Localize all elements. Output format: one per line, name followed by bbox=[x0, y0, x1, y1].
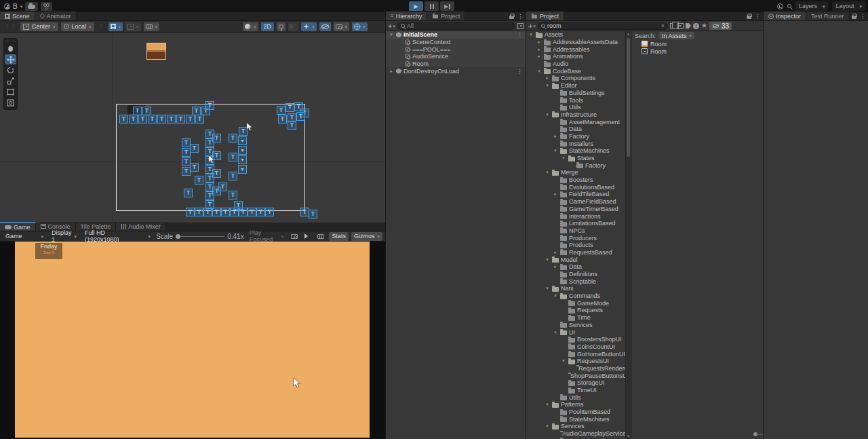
capture-button[interactable] bbox=[289, 232, 300, 241]
scroll-up-icon[interactable]: ▲ bbox=[626, 31, 631, 37]
selected-tile-gizmo[interactable]: T bbox=[221, 208, 230, 216]
selected-tile-gizmo[interactable]: T bbox=[212, 134, 221, 142]
folder-row[interactable]: Scriptable bbox=[526, 278, 625, 285]
folder-row[interactable]: ▸ AddressableAssetsData bbox=[526, 39, 625, 46]
tab-project[interactable]: Project bbox=[526, 12, 564, 20]
folder-row[interactable]: CoinsCountUI bbox=[526, 343, 625, 351]
expand-arrow-icon[interactable]: ▾ bbox=[545, 170, 550, 175]
transform-tool-button[interactable] bbox=[5, 98, 16, 108]
clear-search-icon[interactable]: × bbox=[661, 22, 665, 29]
selected-tile-gizmo[interactable]: T bbox=[288, 121, 296, 130]
folder-row[interactable]: ▾ Services bbox=[526, 423, 625, 430]
project-search-input[interactable]: room × bbox=[538, 22, 668, 30]
folder-row[interactable]: ▸ Data bbox=[526, 263, 625, 271]
hierarchy-item[interactable]: ▾ InitialScene ⋮ bbox=[386, 31, 526, 39]
expand-arrow-icon[interactable]: ▸ bbox=[389, 69, 394, 74]
tab-test-runner[interactable]: Test Runner bbox=[806, 12, 850, 20]
expand-arrow-icon[interactable]: ▾ bbox=[545, 286, 550, 291]
scene-viewport[interactable]: TTTTTTTTTTTTTTTTTTTTTTTTTTTTTTTTTTTTTTTT… bbox=[0, 33, 385, 223]
scale-slider[interactable] bbox=[176, 236, 224, 237]
folder-row[interactable]: ▾ Editor bbox=[526, 82, 625, 90]
expand-arrow-icon[interactable]: ▸ bbox=[553, 264, 558, 269]
selected-marker-gizmo[interactable]: ▼ bbox=[238, 155, 247, 164]
lock-icon[interactable] bbox=[852, 16, 856, 19]
play-focused-dropdown[interactable]: Play Focused▾ bbox=[247, 232, 287, 241]
scroll-down-icon[interactable]: ▼ bbox=[626, 434, 631, 439]
selected-marker-gizmo[interactable]: ▼ bbox=[238, 146, 247, 155]
folder-row[interactable]: Producers bbox=[526, 234, 625, 242]
selected-tile-gizmo[interactable]: T bbox=[203, 208, 212, 216]
folder-row[interactable]: Requests bbox=[526, 307, 625, 314]
game-target-dropdown[interactable]: Game▾ bbox=[3, 232, 46, 241]
2d-toggle[interactable]: 2D bbox=[261, 22, 275, 31]
audio-toggle[interactable] bbox=[288, 22, 298, 31]
folder-row[interactable]: BoostersShopUI bbox=[526, 336, 625, 343]
step-button[interactable]: ▶ bbox=[440, 1, 454, 11]
selected-tile-gizmo[interactable]: T bbox=[278, 115, 287, 123]
selected-tile-gizmo[interactable]: T bbox=[167, 115, 176, 123]
folder-row[interactable]: AssetManagement bbox=[526, 118, 625, 126]
folder-row[interactable]: Installers bbox=[526, 140, 625, 147]
folder-row[interactable]: StorageUI bbox=[526, 379, 625, 387]
selected-tile-gizmo[interactable]: T bbox=[148, 115, 157, 123]
hierarchy-item[interactable]: ===POOL=== bbox=[386, 45, 526, 53]
item-menu-icon[interactable]: ⋮ bbox=[517, 31, 523, 38]
expand-arrow-icon[interactable]: ▾ bbox=[553, 293, 558, 299]
pivot-dropdown[interactable]: Center▾ bbox=[20, 22, 58, 31]
folder-row[interactable]: LimitationsBased bbox=[526, 220, 625, 227]
panel-menu-icon[interactable]: ⋮ bbox=[755, 13, 761, 20]
expand-arrow-icon[interactable]: ▾ bbox=[545, 257, 550, 263]
selected-tile-gizmo[interactable]: T bbox=[296, 112, 305, 121]
folder-row[interactable]: PoolItemBased bbox=[526, 408, 625, 416]
folder-row[interactable]: ▾ Merge bbox=[526, 169, 625, 176]
expand-arrow-icon[interactable]: ▸ bbox=[536, 47, 542, 52]
tab-animator[interactable]: Animator bbox=[35, 12, 77, 20]
draw-mode-dropdown[interactable]: ▾ bbox=[243, 22, 258, 31]
selected-tile-gizmo[interactable]: T bbox=[230, 208, 239, 216]
selected-tile-gizmo[interactable]: T bbox=[195, 176, 203, 185]
search-scope-dropdown[interactable]: In Assets▾ bbox=[659, 32, 694, 39]
folder-row[interactable]: GameTimerBased bbox=[526, 206, 625, 213]
hierarchy-item[interactable]: ▸ DontDestroyOnLoad ⋮ bbox=[386, 67, 526, 75]
move-tool-button[interactable] bbox=[5, 54, 16, 64]
toolbar-handle[interactable]: ⋮⋮ bbox=[4, 23, 16, 30]
expand-arrow-icon[interactable]: ▾ bbox=[545, 112, 550, 117]
hierarchy-item[interactable]: Room bbox=[386, 60, 526, 68]
folder-row[interactable]: ▸ Factory bbox=[526, 133, 625, 140]
expand-arrow-icon[interactable]: ▸ bbox=[553, 191, 558, 197]
tab-project-docked[interactable]: Project bbox=[427, 12, 465, 20]
selected-tile-gizmo[interactable]: T bbox=[119, 115, 128, 123]
scale-tool-button[interactable] bbox=[5, 76, 16, 86]
expand-arrow-icon[interactable]: ▸ bbox=[545, 75, 550, 81]
expand-arrow-icon[interactable]: ▾ bbox=[561, 155, 566, 161]
lock-icon[interactable] bbox=[509, 16, 514, 19]
selected-tile-gizmo[interactable]: T bbox=[277, 106, 285, 115]
game-viewport[interactable]: Friday Day 5 bbox=[0, 242, 385, 439]
selected-tile-gizmo[interactable]: T bbox=[129, 115, 138, 123]
hierarchy-search-input[interactable]: All bbox=[397, 22, 515, 30]
tab-hierarchy[interactable]: ≡ Hierarchy bbox=[386, 12, 427, 20]
folder-row[interactable]: Definitions bbox=[526, 271, 625, 278]
folder-row[interactable]: BuildSettings bbox=[526, 90, 625, 97]
expand-arrow-icon[interactable]: ▾ bbox=[545, 83, 550, 88]
expand-arrow-icon[interactable]: ▾ bbox=[389, 32, 394, 37]
favorites-icon[interactable]: ★ bbox=[701, 22, 707, 29]
expand-arrow-icon[interactable]: ▸ bbox=[536, 54, 542, 59]
expand-arrow-icon[interactable]: ▸ bbox=[553, 250, 558, 255]
selected-tile-gizmo[interactable]: T bbox=[190, 163, 199, 172]
selected-tile-gizmo[interactable]: T bbox=[157, 115, 166, 123]
selected-tile-gizmo[interactable]: T bbox=[195, 208, 203, 216]
undo-history-icon[interactable] bbox=[777, 3, 783, 9]
rotate-tool-button[interactable] bbox=[5, 65, 16, 75]
hierarchy-item[interactable]: AudioService bbox=[386, 53, 526, 60]
hand-tool-button[interactable] bbox=[5, 43, 16, 54]
crate-sprite[interactable] bbox=[146, 43, 166, 60]
folder-row[interactable]: Interactions bbox=[526, 212, 625, 220]
gizmos-dropdown[interactable]: ▾ bbox=[352, 22, 368, 31]
account-label[interactable]: B bbox=[13, 3, 18, 10]
folder-row[interactable]: RequestsRenderers bbox=[526, 365, 625, 373]
folder-row[interactable]: ▸ Animations bbox=[526, 53, 625, 60]
folder-row[interactable]: Utils bbox=[526, 394, 625, 401]
selected-tile-gizmo[interactable]: T bbox=[248, 208, 256, 216]
folder-row[interactable]: Data bbox=[526, 126, 625, 133]
